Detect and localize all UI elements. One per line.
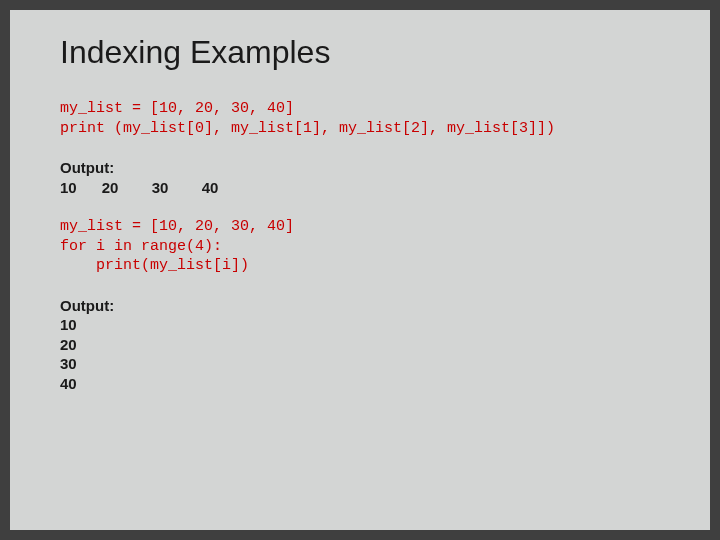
output-values-2: 10 20 30 40 [60,316,77,392]
output-block-1: Output: 10 20 30 40 [60,158,660,197]
slide-title: Indexing Examples [60,34,660,71]
output-block-2: Output: 10 20 30 40 [60,296,660,394]
code-block-1: my_list = [10, 20, 30, 40] print (my_lis… [60,99,660,138]
slide-container: Indexing Examples my_list = [10, 20, 30,… [10,10,710,530]
code-block-2: my_list = [10, 20, 30, 40] for i in rang… [60,217,660,276]
output-label-1: Output: [60,159,114,176]
output-label-2: Output: [60,297,114,314]
output-values-1: 10 20 30 40 [60,179,218,196]
